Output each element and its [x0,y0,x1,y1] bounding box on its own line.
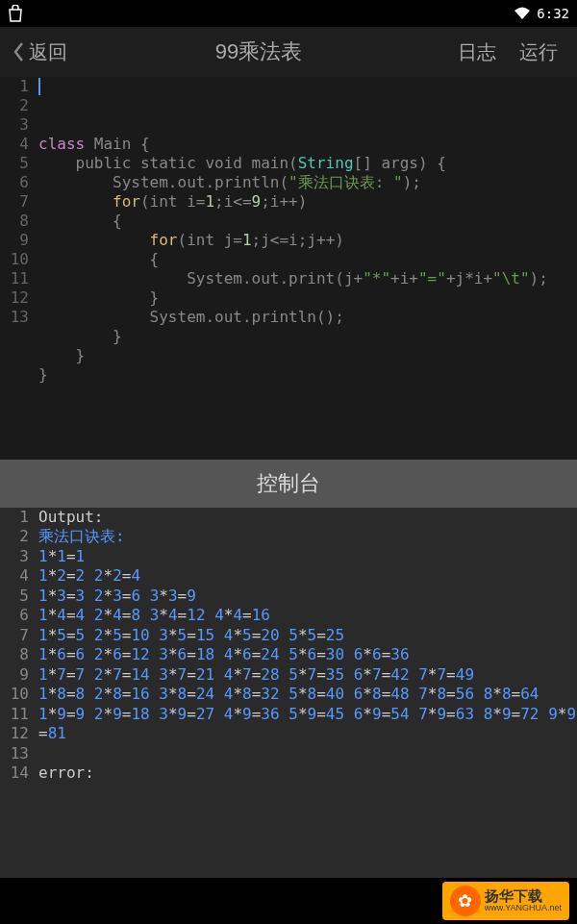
editor-gutter: 12345678910111213 [0,77,35,460]
table-row: 1*5=5 2*5=10 3*5=15 4*5=20 5*5=25 [38,626,577,645]
line-number: 3 [0,547,29,566]
page-title: 99乘法表 [75,37,442,66]
line-number: 5 [0,154,29,173]
error-label: error: [38,763,577,783]
line-number: 5 [0,587,29,606]
line-number: 6 [0,173,29,192]
code-line: System.out.print(j+"*"+i+"="+j*i+"\t"); [38,269,577,288]
code-line: for(int j=1;j<=i;j++) [38,231,577,250]
console-panel: 1234567891011121314 Output:乘法口诀表:1*1=11*… [0,508,577,878]
bag-icon [8,5,23,22]
line-number: 10 [0,685,29,704]
table-row: 1*1=1 [38,547,577,566]
blank-line [38,744,577,763]
line-number: 8 [0,645,29,664]
status-left [8,5,23,22]
code-content[interactable]: class Main { public static void main(Str… [35,77,577,460]
code-line: class Main { [38,135,577,154]
line-number: 12 [0,724,29,743]
line-number: 9 [0,231,29,250]
run-button[interactable]: 运行 [512,39,565,65]
watermark-logo-icon: ✿ [450,886,481,916]
code-line: } [38,288,577,308]
line-number: 9 [0,665,29,685]
table-row: 1*6=6 2*6=12 3*6=18 4*6=24 5*6=30 6*6=36 [38,645,577,664]
table-row: 1*2=2 2*2=4 [38,566,577,586]
line-number: 7 [0,192,29,212]
line-number: 2 [0,96,29,115]
line-number: 3 [0,115,29,135]
cursor-icon [38,78,40,95]
code-line: } [38,365,577,385]
code-line: { [38,250,577,269]
watermark-url: www.YANGHUA.net [485,904,562,913]
status-bar: 6:32 [0,0,577,27]
console-header: 控制台 [0,460,577,508]
back-label: 返回 [29,39,67,65]
code-line: { [38,212,577,231]
line-number: 4 [0,135,29,154]
code-line: for(int i=1;i<=9;i++) [38,192,577,212]
watermark: ✿ 扬华下载 www.YANGHUA.net [442,882,569,920]
status-time: 6:32 [537,6,569,21]
line-number: 8 [0,212,29,231]
line-number: 7 [0,626,29,645]
code-line: } [38,346,577,365]
table-label: 乘法口诀表: [38,527,577,546]
status-right: 6:32 [514,6,569,21]
code-line: System.out.println(); [38,308,577,327]
line-number: 13 [0,744,29,763]
code-editor[interactable]: 12345678910111213 class Main { public st… [0,77,577,460]
code-line: public static void main(String[] args) { [38,154,577,173]
blank-line [38,784,577,803]
line-number: 1 [0,508,29,527]
watermark-name: 扬华下载 [485,888,562,905]
line-number: 14 [0,763,29,783]
watermark-text: 扬华下载 www.YANGHUA.net [485,888,562,913]
table-row: 1*8=8 2*8=16 3*8=24 4*8=32 5*8=40 6*8=48… [38,685,577,704]
bottom-bar: ✿ 扬华下载 www.YANGHUA.net [0,878,577,924]
toolbar: 返回 99乘法表 日志 运行 [0,27,577,77]
console-gutter: 1234567891011121314 [0,508,35,878]
table-row: 1*3=3 2*3=6 3*3=9 [38,587,577,606]
code-line: System.out.println("乘法口诀表: "); [38,173,577,192]
wifi-icon [514,7,531,20]
line-number: 2 [0,527,29,546]
output-label: Output: [38,508,577,527]
line-number: 1 [0,77,29,96]
console-content: Output:乘法口诀表:1*1=11*2=2 2*2=41*3=3 2*3=6… [35,508,577,878]
chevron-left-icon [12,40,25,63]
table-row: 1*7=7 2*7=14 3*7=21 4*7=28 5*7=35 6*7=42… [38,665,577,685]
table-row: 1*4=4 2*4=8 3*4=12 4*4=16 [38,606,577,625]
log-button[interactable]: 日志 [450,39,504,65]
line-number: 6 [0,606,29,625]
line-number: 12 [0,288,29,308]
line-number: 11 [0,705,29,724]
line-number: 11 [0,269,29,288]
back-button[interactable]: 返回 [12,39,67,65]
line-number: 4 [0,566,29,586]
line-number: 10 [0,250,29,269]
code-line: } [38,327,577,346]
line-number: 13 [0,308,29,327]
table-row: 1*9=9 2*9=18 3*9=27 4*9=36 5*9=45 6*9=54… [38,705,577,744]
